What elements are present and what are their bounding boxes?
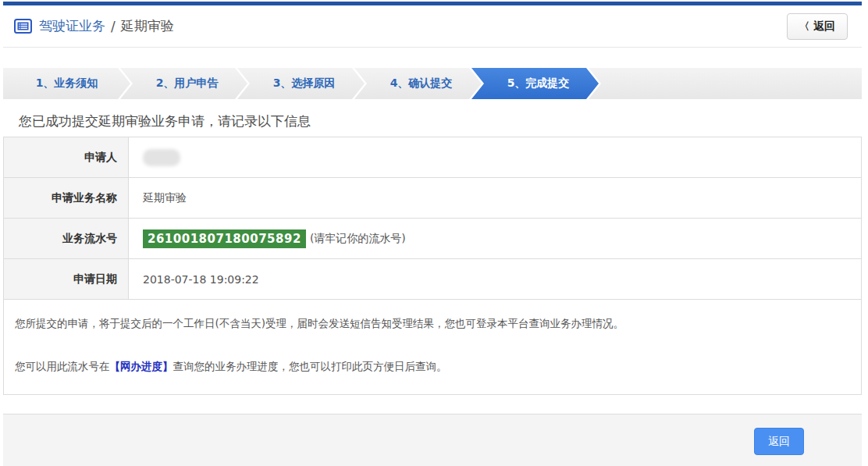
back-button-top[interactable]: 〈 返回 <box>787 13 848 40</box>
tab-step-5[interactable]: 5、完成提交 <box>471 68 599 99</box>
row-label: 申请人 <box>4 137 129 177</box>
tab-step-4[interactable]: 4、确认提交 <box>354 68 482 99</box>
success-message: 您已成功提交延期审验业务申请，请记录以下信息 <box>19 112 862 130</box>
tab-step-1[interactable]: 1、业务须知 <box>3 68 130 99</box>
row-value: 延期审验 <box>129 178 861 218</box>
step-tabs: 1、业务须知 2、用户申告 3、选择原因 4、确认提交 5、完成提交 <box>3 68 862 99</box>
tab-step-2[interactable]: 2、用户申告 <box>120 68 247 99</box>
result-panel: 申请人 申请业务名称 延期审验 业务流水号 261001807180075892… <box>3 137 862 395</box>
note-query-before: 您可以用此流水号在 <box>15 360 110 372</box>
tab-step-3[interactable]: 3、选择原因 <box>237 68 365 99</box>
row-value: 261001807180075892 (请牢记你的流水号) <box>129 219 861 258</box>
note-query: 您可以用此流水号在【网办进度】查询您的业务办理进度，您也可以打印此页方便日后查询… <box>15 359 850 375</box>
note-processing: 您所提交的申请，将于提交后的一个工作日(不含当天)受理，届时会发送短信告知受理结… <box>15 316 850 332</box>
progress-link[interactable]: 【网办进度】 <box>110 360 173 372</box>
back-button-top-label: 返回 <box>813 20 835 34</box>
table-row-serial-number: 业务流水号 261001807180075892 (请牢记你的流水号) <box>4 219 861 259</box>
breadcrumb-separator: / <box>111 19 116 34</box>
step-bar-filler <box>589 68 862 99</box>
row-label: 业务流水号 <box>4 219 129 258</box>
breadcrumb-secondary: 延期审验 <box>121 17 174 35</box>
back-button-bottom[interactable]: 返回 <box>754 428 804 455</box>
chevron-left-icon: 〈 <box>799 20 809 34</box>
serial-number-badge: 261001807180075892 <box>143 229 306 248</box>
page: 驾驶证业务 / 延期审验 〈 返回 1、业务须知 2、用户申告 3、选择原因 4… <box>0 0 868 466</box>
row-value: 2018-07-18 19:09:22 <box>129 259 861 299</box>
redacted-applicant-name <box>143 149 180 166</box>
table-row-business-name: 申请业务名称 延期审验 <box>4 178 861 219</box>
note-query-after: 查询您的业务办理进度，您也可以打印此页方便日后查询。 <box>173 360 447 372</box>
breadcrumb-primary: 驾驶证业务 <box>39 17 105 35</box>
serial-number-note: (请牢记你的流水号) <box>310 232 406 246</box>
table-row-applicant: 申请人 <box>4 137 861 178</box>
row-label: 申请业务名称 <box>4 178 129 218</box>
page-header: 驾驶证业务 / 延期审验 〈 返回 <box>3 5 862 48</box>
row-label: 申请日期 <box>4 259 129 299</box>
row-value <box>129 137 861 177</box>
table-row-apply-date: 申请日期 2018-07-18 19:09:22 <box>4 259 861 300</box>
notes-section: 您所提交的申请，将于提交后的一个工作日(不含当天)受理，届时会发送短信告知受理结… <box>4 300 861 394</box>
breadcrumb: 驾驶证业务 / 延期审验 <box>14 17 174 35</box>
footer-bar: 返回 <box>3 414 862 466</box>
list-icon <box>14 19 32 34</box>
